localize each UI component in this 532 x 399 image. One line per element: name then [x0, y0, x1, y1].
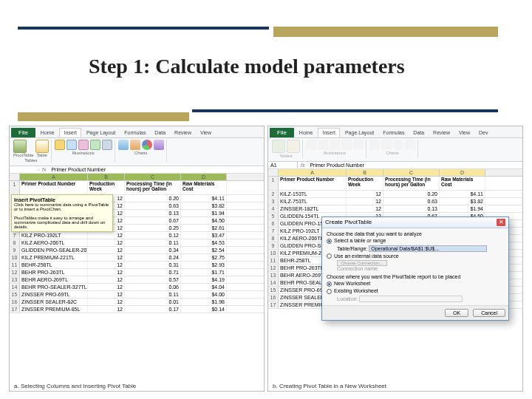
cell[interactable]: 0.71 [125, 269, 181, 276]
cell[interactable]: ZINSSER PREMIUM-85L [20, 306, 88, 313]
cell[interactable]: 0.24 [125, 254, 181, 261]
col-header-b[interactable]: B [88, 174, 125, 180]
cell[interactable]: KILZ PREMIUM-221TL [20, 254, 88, 261]
table-row[interactable]: 12BEHR PRO-263TL120.71$1.71 [10, 269, 264, 276]
close-icon[interactable]: ✕ [497, 219, 505, 226]
row-header[interactable]: 11 [268, 257, 279, 264]
row-header[interactable]: 10 [268, 250, 279, 256]
cell[interactable]: 12 [347, 205, 383, 212]
cell[interactable]: 0.63 [125, 202, 181, 209]
cell[interactable]: 0.11 [125, 239, 181, 246]
tab-view[interactable]: View [197, 129, 215, 137]
formula-value[interactable]: Primer Product Number [307, 162, 522, 168]
col-header-a[interactable]: A [20, 174, 88, 180]
tab-view[interactable]: View [455, 129, 474, 137]
table-row[interactable]: 11BEHR-258TL120.31$2.93 [10, 262, 264, 269]
table-row[interactable]: 9GLIDDEN PRO-SEALER-207TL120.34$2.54 [10, 247, 264, 254]
tab-formulas[interactable]: Formulas [120, 129, 149, 137]
table-row[interactable]: 8KILZ AERO-206TL120.11$4.53 [10, 239, 264, 247]
table-row[interactable]: 2KILZ-153TL120.20$4.11 [268, 191, 522, 198]
cell[interactable]: BEHR AERO-269TL [20, 276, 88, 283]
cell[interactable]: 0.12 [125, 232, 181, 239]
cell[interactable]: BEHR PRO-263TL [20, 269, 88, 276]
row-header[interactable]: 9 [10, 247, 20, 253]
row-header[interactable]: 1 [268, 177, 279, 190]
pie-chart-icon[interactable] [142, 140, 152, 150]
line-chart-icon[interactable] [130, 140, 140, 150]
cell[interactable]: $0.14 [181, 306, 227, 313]
cell[interactable]: 12 [88, 232, 125, 239]
cell[interactable]: $4.04 [181, 284, 227, 290]
row-header[interactable]: 2 [268, 191, 279, 197]
cell[interactable]: 12 [88, 291, 125, 298]
radio-external-source[interactable]: Use an external data source [327, 253, 504, 259]
tab-insert[interactable]: Insert [318, 128, 340, 137]
table-row[interactable]: 3KILZ-753TL120.63$3.82 [268, 198, 522, 205]
ok-button[interactable]: OK [445, 309, 468, 317]
cell[interactable]: 0.06 [125, 284, 181, 290]
radio-existing-worksheet[interactable]: Existing Worksheet [327, 288, 504, 294]
row-header[interactable]: 5 [268, 213, 279, 219]
cell[interactable]: $3.82 [440, 198, 485, 205]
shapes-icon[interactable] [78, 140, 89, 150]
row-header[interactable]: 10 [10, 254, 20, 261]
radio-new-worksheet[interactable]: New Worksheet [327, 281, 504, 287]
formula-value[interactable]: Primer Product Number [49, 166, 264, 173]
cell[interactable]: ZINSSER SEALER-82C [20, 299, 88, 305]
cell[interactable]: KILZ PRO-192LT [20, 232, 88, 239]
cell[interactable]: $2.75 [181, 254, 227, 261]
cell[interactable]: $2.61 [181, 225, 227, 231]
cell[interactable]: $4.53 [181, 239, 227, 246]
row-header[interactable]: 13 [268, 272, 279, 279]
cell[interactable]: BEHR-258TL [20, 262, 88, 268]
table-button[interactable]: Table [35, 140, 49, 157]
cell[interactable]: 0.34 [125, 247, 181, 253]
cell[interactable]: KILZ AERO-206TL [20, 239, 88, 246]
cell[interactable]: BEHR PRO-SEALER-327TL [20, 284, 88, 290]
file-tab[interactable]: File [270, 128, 294, 137]
row-header[interactable]: 8 [268, 235, 279, 242]
cell[interactable]: $4.11 [181, 195, 227, 202]
smartart-icon[interactable] [90, 140, 100, 150]
cell[interactable]: KILZ-753TL [279, 198, 347, 205]
cell[interactable]: $2.54 [181, 247, 227, 253]
cell[interactable]: 12 [88, 262, 125, 268]
row-header[interactable]: 11 [10, 262, 20, 268]
cell[interactable]: 0.63 [383, 198, 440, 205]
table-header[interactable]: Processing Time (in hours) per Gallon [383, 177, 440, 190]
cell[interactable]: 0.11 [125, 291, 181, 298]
tab-formulas[interactable]: Formulas [379, 129, 408, 137]
table-row[interactable]: 15ZINSSER PRO-69TL120.11$4.00 [10, 291, 264, 299]
tab-page-layout[interactable]: Page Layout [83, 129, 119, 137]
cell[interactable]: 0.31 [125, 262, 181, 268]
cell[interactable]: $4.00 [181, 291, 227, 298]
row-header[interactable]: 4 [268, 205, 279, 212]
cell[interactable]: 12 [88, 299, 125, 305]
table-row[interactable]: 16ZINSSER SEALER-82C120.01$1.98 [10, 299, 264, 306]
table-row[interactable]: 10KILZ PREMIUM-221TL120.24$2.75 [10, 254, 264, 262]
cell[interactable]: 12 [88, 276, 125, 283]
cell[interactable]: 12 [347, 198, 383, 205]
clipart-icon[interactable] [66, 140, 77, 150]
select-all-corner[interactable] [268, 169, 279, 176]
cell[interactable]: ZINSSER PRO-69TL [20, 291, 88, 298]
row-header[interactable]: 7 [10, 232, 20, 239]
table-header[interactable]: Primer Product Number [279, 177, 347, 190]
cell[interactable]: $4.11 [440, 191, 485, 197]
row-header[interactable]: 15 [268, 287, 279, 293]
row-header[interactable]: 14 [10, 284, 20, 290]
tab-data[interactable]: Data [409, 129, 428, 137]
row-header[interactable]: 3 [268, 198, 279, 205]
cell[interactable]: 0.25 [125, 225, 181, 231]
cell[interactable]: 12 [88, 306, 125, 313]
cell[interactable]: 12 [347, 191, 383, 197]
row-header[interactable]: 9 [268, 242, 279, 249]
fx-icon[interactable]: fx [298, 163, 307, 168]
tab-home[interactable]: Home [296, 129, 317, 137]
row-header[interactable]: 7 [268, 228, 279, 234]
tab-page-layout[interactable]: Page Layout [341, 129, 378, 137]
cell[interactable]: 12 [88, 269, 125, 276]
cell[interactable]: 0.20 [125, 195, 181, 202]
row-header[interactable]: 15 [10, 291, 20, 298]
cell[interactable]: $2.93 [181, 262, 227, 268]
